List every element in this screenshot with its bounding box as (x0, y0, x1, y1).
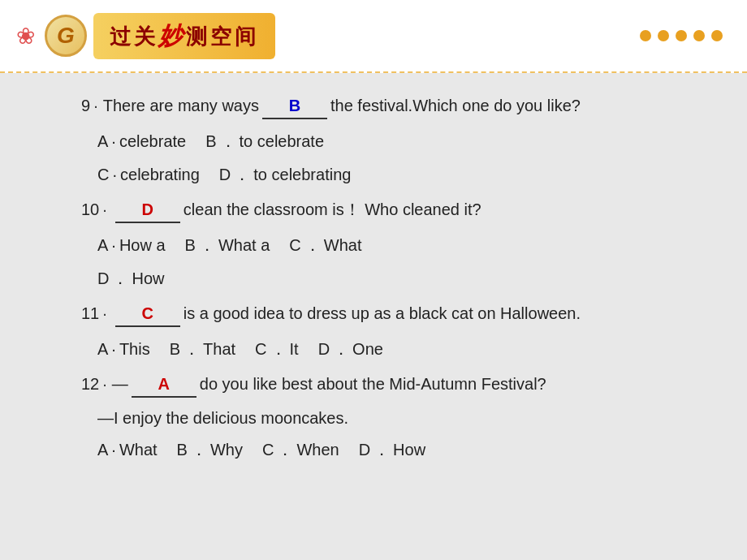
page-container: ❀ G 过关妙测空间 9 · There are many ways (0, 0, 747, 560)
q9-options-row1: A·celebrate B．to celebrate (97, 131, 682, 153)
q10-options-row2: D．How (97, 268, 682, 290)
q9-opt-c: C·celebrating (97, 166, 200, 184)
q11-dot: · (102, 301, 107, 325)
q12-number: 12 (81, 372, 99, 396)
dot-5 (711, 30, 723, 41)
q12-opt-d: D．How (359, 439, 425, 461)
question-10: 10 · D clean the classroom is！ Who clean… (81, 197, 682, 223)
q9-answer: B (289, 97, 300, 114)
q9-options-row2: C·celebrating D．to celebrating (97, 164, 682, 186)
q12-dot: · (102, 372, 107, 396)
q9-number: 9 (81, 93, 90, 118)
q11-blank: C (115, 301, 180, 327)
header-left: ❀ G 过关妙测空间 (16, 13, 275, 59)
question-12: 12 · — A do you like best about the Mid-… (81, 372, 682, 398)
q12-options-row1: A·What B．Why C．When D．How (97, 439, 682, 461)
question-11: 11 · C is a good idea to dress up as a b… (81, 301, 682, 327)
q12-answer: A (158, 375, 170, 393)
content-area: 9 · There are many ways B the festival.W… (0, 73, 747, 560)
q12-opt-b: B．Why (177, 439, 243, 461)
header-dots (640, 30, 723, 41)
q10-options-row1: A·How a B．What a C．What (97, 235, 682, 256)
dot-1 (640, 30, 651, 41)
q11-opt-a: A·This (97, 340, 150, 359)
q10-answer: D (142, 200, 153, 218)
g-label: G (57, 23, 75, 49)
q10-opt-c: C．What (289, 235, 361, 256)
q10-blank: D (115, 197, 180, 223)
q9-dot: · (93, 93, 98, 118)
header: ❀ G 过关妙测空间 (0, 0, 747, 73)
q11-opt-c: C．It (255, 338, 299, 360)
q11-opt-d: D．One (318, 338, 383, 360)
q9-blank: B (262, 93, 327, 119)
q11-opt-b: B．That (170, 338, 235, 360)
q12-reply-text: —I enjoy the delicious mooncakes. (97, 409, 348, 427)
dot-3 (676, 30, 687, 41)
q12-blank: A (132, 372, 196, 398)
q9-after: the festival.Which one do you like? (330, 93, 581, 118)
q9-opt-a: A·celebrate (97, 132, 186, 151)
q11-number: 11 (81, 301, 99, 325)
flower-icon: ❀ (16, 23, 35, 50)
header-title: 过关妙测空间 (110, 19, 259, 53)
q10-opt-a: A·How a (97, 236, 166, 255)
q9-before: There are many ways (103, 93, 259, 118)
q12-after: do you like best about the Mid-Autumn Fe… (200, 372, 546, 396)
q11-options-row1: A·This B．That C．It D．One (97, 338, 682, 360)
q12-opt-a: A·What (97, 441, 158, 459)
q10-after: clean the classroom is！ Who cleaned it? (184, 197, 481, 222)
q9-opt-d: D．to celebrating (219, 164, 352, 186)
q10-opt-d: D．How (97, 268, 164, 290)
q12-reply: —I enjoy the delicious mooncakes. (97, 409, 682, 428)
q10-number: 10 (81, 197, 99, 222)
q11-answer: C (142, 304, 153, 322)
q12-dash: — (112, 372, 128, 396)
q9-opt-b: B．to celebrate (205, 131, 324, 153)
dot-2 (658, 30, 669, 41)
q11-after: is a good idea to dress up as a black ca… (184, 301, 581, 325)
dot-4 (693, 30, 705, 41)
q10-opt-b: B．What a (185, 235, 270, 256)
q10-dot: · (102, 197, 107, 222)
header-title-box: 过关妙测空间 (93, 13, 275, 59)
q12-opt-c: C．When (262, 439, 339, 461)
g-circle: G (45, 15, 87, 57)
question-9: 9 · There are many ways B the festival.W… (81, 93, 682, 119)
